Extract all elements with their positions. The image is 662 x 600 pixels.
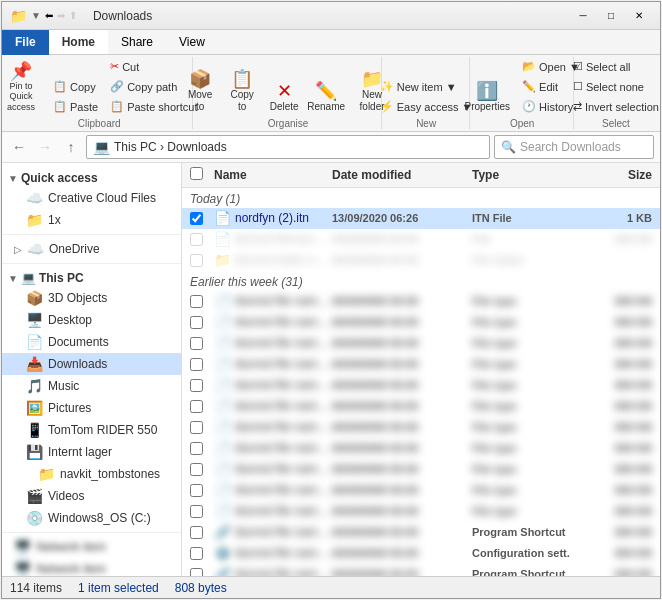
minimize-button[interactable]: ─ <box>570 7 596 25</box>
file-row-earlier-6[interactable]: 📄 blurred file name content 00/00/0000 0… <box>182 417 660 438</box>
invert-selection-button[interactable]: ⇄ Invert selection <box>568 97 662 116</box>
sidebar-label-windows-os: Windows8_OS (C:) <box>48 511 151 525</box>
search-icon: 🔍 <box>501 140 516 154</box>
this-pc-header[interactable]: ▼ 💻 This PC <box>2 267 181 287</box>
quick-access-icon: ▼ <box>31 10 41 21</box>
clipboard-label: Clipboard <box>78 118 121 129</box>
forward-button[interactable]: → <box>34 136 56 158</box>
move-label: Move to <box>185 89 215 113</box>
header-type[interactable]: Type <box>472 168 592 182</box>
move-to-button[interactable]: 📦 Move to <box>180 66 220 116</box>
file-row-earlier-12[interactable]: ⚙️ blurred file name content 00/00/0000 … <box>182 543 660 564</box>
file-row-blurred-2[interactable]: 📁 blurred folder name 00/00/0000 00:00 F… <box>182 250 660 271</box>
copy-button[interactable]: 📋 Copy <box>48 77 103 96</box>
select-col: ☑ Select all ☐ Select none ⇄ Invert sele… <box>568 57 662 116</box>
this-pc-icon: 💻 <box>21 271 36 285</box>
itn-file-icon: 📄 <box>214 210 231 226</box>
ribbon-group-clipboard: 📌 Pin to Quick access 📋 Copy 📋 Paste <box>6 57 193 129</box>
paste-button[interactable]: 📋 Paste <box>48 97 103 116</box>
file-row-nordfyn[interactable]: 📄 nordfyn (2).itn 13/09/2020 06:26 ITN F… <box>182 208 660 229</box>
select-all-button[interactable]: ☑ Select all <box>568 57 662 76</box>
select-none-button[interactable]: ☐ Select none <box>568 77 662 96</box>
header-date[interactable]: Date modified <box>332 168 472 182</box>
file-row-earlier-0[interactable]: 📄 blurred file name content 00/00/0000 0… <box>182 291 660 312</box>
file-check-nordfyn[interactable] <box>190 212 214 225</box>
close-button[interactable]: ✕ <box>626 7 652 25</box>
sidebar-item-navkit[interactable]: 📁 navkit_tombstones <box>2 463 181 485</box>
header-name[interactable]: Name <box>214 168 332 182</box>
sidebar-label-onedrive: OneDrive <box>49 242 100 256</box>
sidebar-label-internet-lager: Internt lager <box>48 445 112 459</box>
select-label: Select <box>602 118 630 129</box>
sidebar-item-desktop[interactable]: 🖥️ Desktop <box>2 309 181 331</box>
delete-label: Delete <box>270 101 299 113</box>
back-button[interactable]: ← <box>8 136 30 158</box>
file-row-earlier-11[interactable]: 🔗 blurred file name content 00/00/0000 0… <box>182 522 660 543</box>
sidebar-item-tomtom[interactable]: 📱 TomTom RIDER 550 <box>2 419 181 441</box>
history-icon: 🕐 <box>522 100 536 113</box>
section-today-label: Today (1) <box>190 192 240 206</box>
ribbon-group-new: ✨ New item ▼ ⚡ Easy access ▼ New <box>384 57 470 129</box>
sidebar-item-videos[interactable]: 🎬 Videos <box>2 485 181 507</box>
sidebar-item-downloads[interactable]: 📥 Downloads <box>2 353 181 375</box>
file-row-earlier-10[interactable]: 📄 blurred file name content 00/00/0000 0… <box>182 501 660 522</box>
sidebar-label-1x: 1x <box>48 213 61 227</box>
file-row-earlier-8[interactable]: 📄 blurred file name content 00/00/0000 0… <box>182 459 660 480</box>
delete-button[interactable]: ✕ Delete <box>264 78 304 116</box>
properties-button[interactable]: ℹ️ Properties <box>459 78 515 116</box>
tab-share[interactable]: Share <box>108 30 166 54</box>
sidebar-item-3d-objects[interactable]: 📦 3D Objects <box>2 287 181 309</box>
maximize-button[interactable]: □ <box>598 7 624 25</box>
sidebar-item-windows-os[interactable]: 💿 Windows8_OS (C:) <box>2 507 181 529</box>
paste-shortcut-icon: 📋 <box>110 100 124 113</box>
file-row-earlier-5[interactable]: 📄 blurred file name content 00/00/0000 0… <box>182 396 660 417</box>
address-path: This PC › Downloads <box>114 140 227 154</box>
new-label: New <box>416 118 436 129</box>
tab-home[interactable]: Home <box>49 30 108 54</box>
pin-quick-access-button[interactable]: 📌 Pin to Quick access <box>0 58 46 116</box>
file-row-earlier-9[interactable]: 📄 blurred file name content 00/00/0000 0… <box>182 480 660 501</box>
copy-to-button[interactable]: 📋 Copy to <box>222 66 262 116</box>
search-placeholder: Search Downloads <box>520 140 621 154</box>
rename-icon: ✏️ <box>315 81 337 101</box>
sidebar-item-net1[interactable]: 🖥️ Network item <box>2 536 181 558</box>
search-bar[interactable]: 🔍 Search Downloads <box>494 135 654 159</box>
rename-button[interactable]: ✏️ Rename <box>306 78 346 116</box>
select-all-checkbox[interactable] <box>190 167 203 180</box>
edit-icon: ✏️ <box>522 80 536 93</box>
music-icon: 🎵 <box>26 378 43 394</box>
quick-access-header[interactable]: ▼ Quick access <box>2 167 181 187</box>
copy-paste-col: 📋 Copy 📋 Paste <box>48 77 103 116</box>
section-earlier: Earlier this week (31) <box>182 271 660 291</box>
file-row-earlier-13[interactable]: 🔗 blurred file name content 00/00/0000 0… <box>182 564 660 576</box>
sidebar-label-music: Music <box>48 379 79 393</box>
sidebar-item-net2[interactable]: 🖥️ Network item <box>2 558 181 576</box>
file-row-earlier-4[interactable]: 📄 blurred file name content 00/00/0000 0… <box>182 375 660 396</box>
sidebar-item-creative-cloud[interactable]: ☁️ Creative Cloud Files <box>2 187 181 209</box>
pictures-icon: 🖼️ <box>26 400 43 416</box>
file-name-nordfyn: nordfyn (2).itn <box>235 211 332 225</box>
file-row-earlier-2[interactable]: 📄 blurred file name content 00/00/0000 0… <box>182 333 660 354</box>
header-size[interactable]: Size <box>592 168 652 182</box>
sidebar-item-internet-lager[interactable]: 💾 Internt lager <box>2 441 181 463</box>
tab-view[interactable]: View <box>166 30 218 54</box>
address-bar[interactable]: 💻 This PC › Downloads <box>86 135 490 159</box>
file-row-earlier-1[interactable]: 📄 blurred file name content 00/00/0000 0… <box>182 312 660 333</box>
file-list-area: Name Date modified Type Size Today (1) 📄… <box>182 163 660 576</box>
sidebar-item-documents[interactable]: 📄 Documents <box>2 331 181 353</box>
section-earlier-label: Earlier this week (31) <box>190 275 303 289</box>
file-row-earlier-7[interactable]: 📄 blurred file name content 00/00/0000 0… <box>182 438 660 459</box>
sidebar-item-music[interactable]: 🎵 Music <box>2 375 181 397</box>
sidebar-item-onedrive[interactable]: ▷ ☁️ OneDrive <box>2 238 181 260</box>
sidebar-label-videos: Videos <box>48 489 84 503</box>
header-check[interactable] <box>190 167 214 183</box>
window-controls: ─ □ ✕ <box>570 7 652 25</box>
sidebar-item-pictures[interactable]: 🖼️ Pictures <box>2 397 181 419</box>
sidebar-item-1x[interactable]: 📁 1x <box>2 209 181 231</box>
copy-to-icon: 📋 <box>231 69 253 89</box>
file-row-earlier-3[interactable]: 📄 blurred file name content 00/00/0000 0… <box>182 354 660 375</box>
file-row-blurred-1[interactable]: 📄 blurred filename here 00/00/0000 00:00… <box>182 229 660 250</box>
tab-file[interactable]: File <box>2 30 49 55</box>
nordfyn-checkbox[interactable] <box>190 212 203 225</box>
up-button[interactable]: ↑ <box>60 136 82 158</box>
